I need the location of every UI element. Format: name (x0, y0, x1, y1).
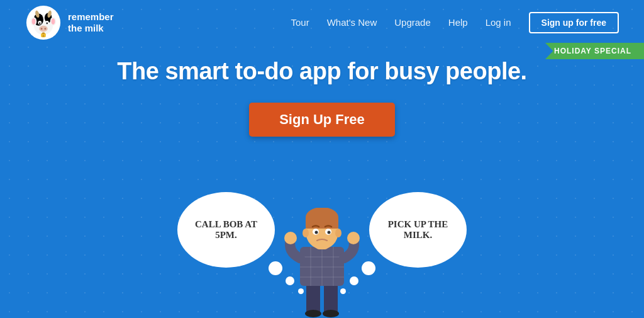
svg-rect-20 (306, 282, 320, 314)
svg-point-32 (347, 232, 360, 244)
holiday-label: HOLIDAY SPECIAL (554, 47, 631, 55)
svg-rect-36 (306, 217, 338, 229)
svg-point-19 (43, 35, 45, 37)
hero-title: The smart to-do app for busy people. (0, 58, 644, 85)
svg-point-31 (284, 232, 297, 244)
cow-logo-icon (25, 4, 62, 41)
logo-line2: the milk (68, 23, 114, 34)
thought-bubble-right: PICK UP THE MILK. (369, 192, 467, 268)
person-illustration (278, 208, 366, 318)
nav-whats-new[interactable]: What's New (327, 17, 377, 28)
svg-point-23 (323, 310, 339, 317)
svg-point-6 (32, 18, 36, 25)
svg-point-42 (335, 229, 341, 237)
svg-point-15 (41, 28, 43, 30)
svg-point-13 (46, 23, 48, 25)
page-wrapper: remember the milk Tour What's New Upgrad… (0, 0, 644, 318)
logo[interactable]: remember the milk (25, 4, 114, 41)
logo-text: remember the milk (68, 11, 114, 34)
nav-login[interactable]: Log in (486, 17, 511, 28)
svg-rect-18 (42, 32, 45, 34)
nav-links: Tour What's New Upgrade Help Log in Sign… (291, 12, 619, 33)
svg-rect-21 (324, 282, 338, 314)
nav-tour[interactable]: Tour (291, 17, 309, 28)
logo-line1: remember (68, 11, 114, 23)
svg-point-7 (52, 18, 55, 25)
holiday-ribbon: HOLIDAY SPECIAL (545, 43, 644, 59)
svg-point-22 (305, 310, 321, 317)
nav-upgrade[interactable]: Upgrade (394, 17, 431, 28)
svg-point-39 (315, 231, 318, 234)
holiday-banner: HOLIDAY SPECIAL (545, 43, 644, 59)
nav-signup-button[interactable]: Sign up for free (529, 12, 619, 33)
svg-point-40 (328, 231, 331, 234)
svg-point-41 (303, 229, 309, 237)
svg-point-14 (39, 26, 48, 32)
nav-help[interactable]: Help (448, 17, 468, 28)
navbar: remember the milk Tour What's New Upgrad… (0, 0, 644, 45)
hero-signup-button[interactable]: Sign Up Free (249, 103, 395, 137)
thought-bubble-left: CALL BOB AT 5PM. (177, 192, 275, 268)
svg-point-12 (39, 23, 41, 25)
illustration: CALL BOB AT 5PM. PICK UP THE MILK. (165, 179, 479, 318)
svg-point-16 (44, 28, 46, 30)
